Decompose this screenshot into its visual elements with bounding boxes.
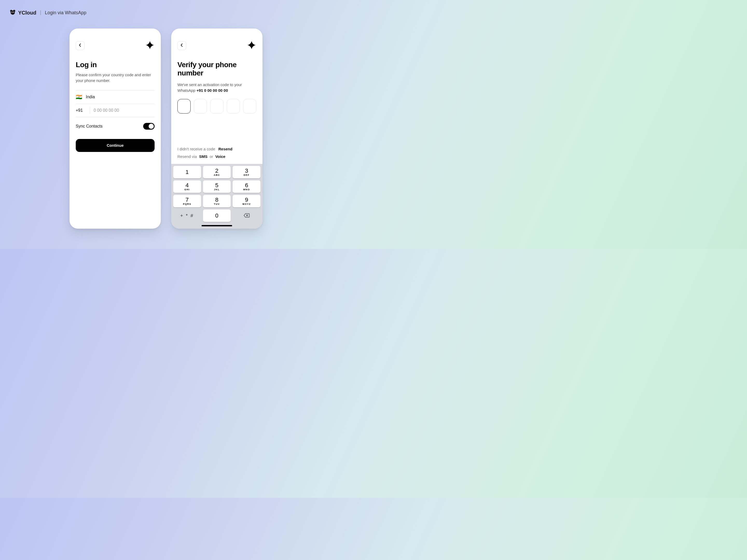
key-6[interactable]: 6MNO bbox=[233, 181, 260, 193]
key-5[interactable]: 5JKL bbox=[203, 181, 231, 193]
sync-toggle[interactable] bbox=[143, 123, 155, 130]
nav-row bbox=[177, 41, 256, 50]
login-title: Log in bbox=[76, 61, 155, 69]
key-2[interactable]: 2ABC bbox=[203, 166, 231, 178]
verify-lead: We've sent an activation code to your Wh… bbox=[177, 82, 256, 93]
page-subtitle: Login via WhatsApp bbox=[45, 10, 86, 16]
separator bbox=[41, 10, 41, 15]
phone-stage: Log in Please confirm your country code … bbox=[70, 28, 262, 229]
otp-cell-3[interactable] bbox=[210, 99, 223, 113]
svg-point-2 bbox=[10, 10, 15, 15]
phone-verify: Verify your phone number We've sent an a… bbox=[171, 28, 262, 229]
resend-voice-link[interactable]: Voice bbox=[215, 154, 225, 159]
otp-cell-4[interactable] bbox=[227, 99, 240, 113]
key-1[interactable]: 1 bbox=[173, 166, 201, 178]
key-symbols[interactable]: + * # bbox=[173, 210, 201, 222]
monkey-icon bbox=[9, 9, 16, 17]
back-button[interactable] bbox=[177, 41, 186, 50]
brand-logo: YCloud bbox=[9, 9, 36, 17]
otp-cell-2[interactable] bbox=[194, 99, 207, 113]
backspace-icon bbox=[243, 213, 250, 218]
login-lead: Please confirm your country code and ent… bbox=[76, 72, 155, 83]
country-name: India bbox=[86, 95, 95, 99]
sync-contacts-row: Sync Contacts bbox=[76, 123, 155, 130]
key-4[interactable]: 4GHI bbox=[173, 181, 201, 193]
phone-placeholder: 0 00 00 00 00 bbox=[94, 108, 119, 113]
or-text: or bbox=[210, 154, 213, 159]
continue-button[interactable]: Continue bbox=[76, 139, 155, 152]
brand-name: YCloud bbox=[18, 10, 36, 16]
sparkle-icon bbox=[247, 41, 256, 51]
resend-link[interactable]: Resend bbox=[218, 147, 232, 151]
country-selector[interactable]: 🇮🇳 India bbox=[76, 90, 155, 104]
sparkle-icon bbox=[145, 41, 155, 51]
key-9[interactable]: 9WXYZ bbox=[233, 195, 260, 207]
key-0[interactable]: 0 bbox=[203, 210, 231, 222]
verify-title: Verify your phone number bbox=[177, 61, 256, 77]
otp-cell-5[interactable] bbox=[243, 99, 256, 113]
key-7[interactable]: 7PQRS bbox=[173, 195, 201, 207]
divider bbox=[90, 107, 90, 114]
key-8[interactable]: 8TUV bbox=[203, 195, 231, 207]
phone-login: Log in Please confirm your country code … bbox=[70, 28, 161, 229]
sync-label: Sync Contacts bbox=[76, 124, 102, 129]
home-indicator[interactable] bbox=[202, 225, 232, 226]
verify-lead-number: +91 0 00 00 00 00 bbox=[196, 88, 228, 92]
dial-code: +91 bbox=[76, 108, 86, 113]
phone-input-row[interactable]: +91 0 00 00 00 00 bbox=[76, 104, 155, 117]
chevron-left-icon bbox=[180, 43, 184, 48]
otp-input[interactable] bbox=[177, 99, 256, 113]
numeric-keypad: 1 2ABC 3DEF 4GHI 5JKL 6MNO 7PQRS 8TUV 9W… bbox=[171, 164, 262, 229]
nav-row bbox=[76, 41, 155, 50]
key-3[interactable]: 3DEF bbox=[233, 166, 260, 178]
chevron-left-icon bbox=[78, 43, 82, 48]
resend-sms-link[interactable]: SMS bbox=[199, 154, 207, 159]
topbar: YCloud Login via WhatsApp bbox=[9, 9, 86, 17]
noreceive-text: I didn't receive a code bbox=[177, 147, 215, 151]
otp-cell-1[interactable] bbox=[177, 99, 191, 113]
resend-via-text: Resend via bbox=[177, 154, 197, 159]
key-backspace[interactable] bbox=[233, 210, 260, 222]
svg-point-5 bbox=[12, 12, 12, 12]
flag-icon: 🇮🇳 bbox=[76, 94, 82, 100]
svg-point-6 bbox=[13, 12, 14, 12]
back-button[interactable] bbox=[76, 41, 84, 50]
